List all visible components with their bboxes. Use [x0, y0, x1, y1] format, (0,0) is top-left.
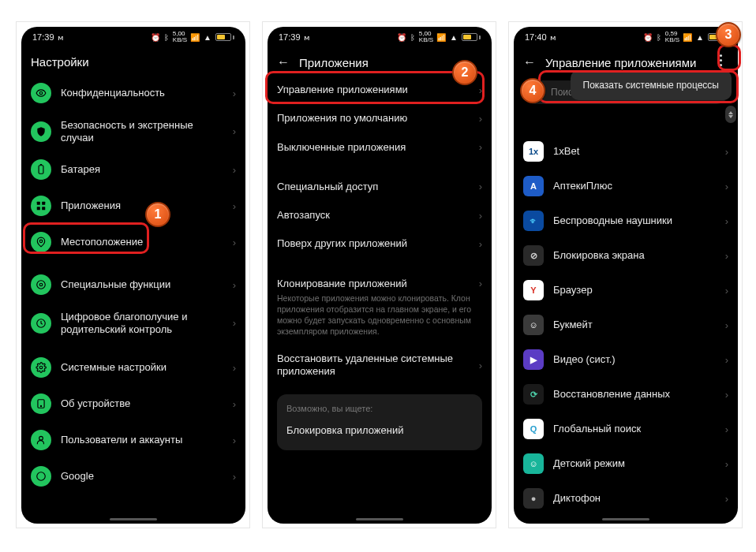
signal-icon: 📶: [436, 33, 447, 42]
card-hint: Возможно, вы ищете:: [286, 404, 473, 413]
restore-row[interactable]: Восстановить удаленные системные приложе…: [268, 345, 492, 386]
setting-label: Батарея: [61, 163, 223, 176]
menu-label: Поверх других приложений: [277, 237, 470, 250]
app-icon: ▶: [523, 349, 544, 370]
app-row[interactable]: ᯤБеспроводные наушники›: [514, 203, 738, 238]
chevron-right-icon: ›: [725, 181, 728, 192]
settings-row[interactable]: Об устройстве›: [21, 386, 245, 422]
app-label: 1xBet: [553, 145, 716, 158]
settings-row[interactable]: Google›: [21, 458, 245, 494]
settings-row[interactable]: Цифровое благополучие и родительский кон…: [21, 303, 245, 343]
menu-label: Управление приложениями: [277, 84, 470, 96]
app-icon: ☺: [523, 315, 544, 335]
svg-point-14: [39, 437, 43, 441]
setting-icon: [31, 196, 51, 216]
voice-icon: ᴍ: [58, 33, 64, 42]
svg-point-9: [39, 283, 43, 286]
setting-label: Безопасность и экстренные случаи: [61, 119, 223, 144]
clone-header[interactable]: Клонирование приложений›: [268, 270, 492, 293]
svg-point-15: [37, 472, 46, 481]
chevron-right-icon: ›: [725, 250, 728, 262]
back-button[interactable]: ←: [523, 55, 536, 69]
menu-row[interactable]: Выключенные приложения›: [268, 133, 492, 162]
settings-row[interactable]: Конфиденциальность›: [21, 75, 245, 111]
app-row[interactable]: ☺Букмейт›: [514, 308, 738, 342]
chevron-right-icon: ›: [725, 458, 728, 470]
home-indicator[interactable]: [356, 518, 403, 520]
app-icon: А: [523, 176, 544, 196]
app-icon: ⟳: [523, 384, 544, 405]
app-row[interactable]: 1x1xBet›: [514, 134, 738, 169]
home-indicator[interactable]: [110, 518, 157, 520]
settings-row[interactable]: Батарея›: [21, 151, 245, 188]
chevron-right-icon: ›: [233, 362, 236, 374]
app-label: Восстановление данных: [553, 388, 716, 401]
app-row[interactable]: QГлобальный поиск›: [514, 412, 738, 446]
chevron-right-icon: ›: [479, 181, 482, 192]
chevron-right-icon: ›: [233, 88, 236, 99]
fast-scroll-handle[interactable]: [725, 106, 736, 123]
battery-icon: [462, 33, 481, 41]
app-icon: ᯤ: [523, 211, 544, 231]
chevron-right-icon: ›: [479, 210, 482, 222]
app-label: Блокировка экрана: [553, 249, 716, 262]
setting-label: Об устройстве: [61, 397, 223, 410]
svg-point-7: [39, 240, 43, 243]
settings-row[interactable]: Безопасность и экстренные случаи›: [21, 111, 245, 151]
svg-rect-3: [37, 202, 40, 205]
back-button[interactable]: ←: [277, 55, 290, 69]
phone-apps: 17:39ᴍ ⏰ ᛒ 5,00KB/S 📶 ▲ ← Приложения Упр…: [268, 27, 492, 524]
app-row[interactable]: ⟳Восстановление данных›: [514, 377, 738, 412]
menu-row[interactable]: Приложения по умолчанию›: [268, 104, 492, 132]
settings-row[interactable]: Приложения›: [21, 188, 245, 224]
chevron-right-icon: ›: [233, 125, 236, 137]
chevron-right-icon: ›: [725, 215, 728, 227]
app-row[interactable]: ●Диктофон›: [514, 481, 738, 516]
status-time: 17:40: [525, 32, 547, 42]
setting-label: Цифровое благополучие и родительский кон…: [61, 311, 223, 335]
chevron-right-icon: ›: [725, 319, 728, 331]
menu-row[interactable]: Автозапуск›: [268, 201, 492, 229]
popup-label: Показать системные процессы: [583, 80, 719, 91]
menu-row[interactable]: Поверх других приложений›: [268, 229, 492, 258]
bluetooth-icon: ᛒ: [410, 33, 416, 42]
apps-list[interactable]: 1x1xBet›ААптекиПлюс›ᯤБеспроводные наушни…: [514, 134, 738, 516]
settings-list[interactable]: Конфиденциальность›Безопасность и экстре…: [21, 75, 245, 494]
app-icon: ●: [523, 488, 544, 509]
overflow-menu-button[interactable]: [711, 50, 730, 69]
status-time: 17:39: [279, 32, 301, 42]
menu-row[interactable]: Специальный доступ›: [268, 173, 492, 201]
alarm-icon: ⏰: [397, 33, 407, 42]
app-header: Настройки: [21, 47, 245, 75]
app-icon: ☺: [523, 453, 544, 474]
settings-row[interactable]: Специальные функции›: [21, 267, 245, 303]
phone-app-management: 17:40ᴍ ⏰ ᛒ 0,59KB/S 📶 ▲ ← Управление при…: [514, 27, 738, 524]
settings-row[interactable]: Местоположение›: [21, 224, 245, 260]
app-row[interactable]: ААптекиПлюс›: [514, 169, 738, 203]
chevron-right-icon: ›: [479, 360, 482, 371]
chevron-right-icon: ›: [479, 84, 482, 96]
app-label: Букмейт: [553, 319, 716, 331]
app-icon: 1x: [523, 141, 544, 162]
app-label: Диктофон: [553, 492, 716, 505]
signal-icon: 📶: [683, 33, 693, 42]
setting-icon: [31, 466, 51, 487]
app-row[interactable]: ⊘Блокировка экрана›: [514, 238, 738, 273]
menu-label: Специальный доступ: [277, 181, 470, 193]
app-row[interactable]: ☺Детский режим›: [514, 446, 738, 481]
home-indicator[interactable]: [602, 518, 649, 520]
popup-show-system[interactable]: Показать системные процессы: [571, 70, 732, 100]
app-row[interactable]: YБраузер›: [514, 273, 738, 308]
settings-row[interactable]: Системные настройки›: [21, 349, 245, 386]
settings-row[interactable]: Пользователи и аккаунты›: [21, 422, 245, 458]
app-row[interactable]: ▶Видео (сист.)›: [514, 342, 738, 377]
setting-label: Системные настройки: [61, 361, 223, 374]
setting-label: Приложения: [61, 200, 223, 212]
app-label: Браузер: [553, 284, 716, 297]
card-item[interactable]: Блокировка приложений: [286, 420, 473, 441]
step-badge-3: 3: [716, 22, 741, 47]
setting-icon: [31, 159, 51, 180]
chevron-right-icon: ›: [233, 435, 236, 446]
app-icon: ⊘: [523, 245, 544, 266]
svg-rect-4: [42, 202, 45, 205]
